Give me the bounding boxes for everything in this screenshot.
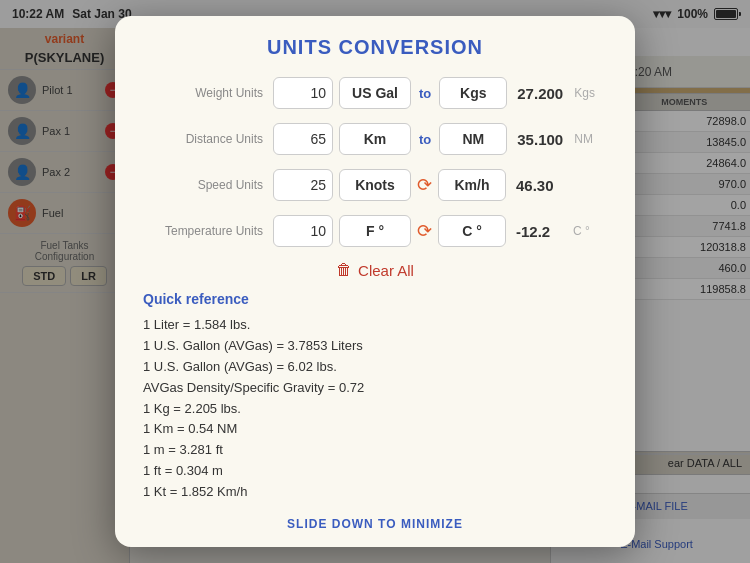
temp-unit-right[interactable]: C ° [438,215,506,247]
speed-input[interactable] [273,169,333,201]
distance-result: 35.100 [517,131,572,148]
distance-result-unit: NM [574,132,593,146]
distance-unit-left[interactable]: Km [339,123,411,155]
quick-ref-list: 1 Liter = 1.584 lbs.1 U.S. Gallon (AVGas… [143,315,607,502]
speed-swap-icon[interactable]: ⟳ [417,174,432,196]
quick-ref-line: 1 Kt = 1.852 Km/h [143,482,607,503]
temp-result: -12.2 [516,223,571,240]
distance-input[interactable] [273,123,333,155]
quick-ref-line: 1 m = 3.281 ft [143,440,607,461]
modal-overlay: UNITS CONVERSION Weight Units US Gal to … [0,0,750,563]
distance-unit-right[interactable]: NM [439,123,507,155]
quick-ref-line: 1 Km = 0.54 NM [143,419,607,440]
quick-ref-line: 1 Kg = 2.205 lbs. [143,399,607,420]
temperature-units-row: Temperature Units F ° ⟳ C ° -12.2 C ° [143,215,607,247]
slide-down-label: SLIDE DOWN TO MINIMIZE [287,517,463,531]
temp-label: Temperature Units [143,224,273,238]
clear-all-label: Clear All [358,262,414,279]
speed-units-row: Speed Units Knots ⟳ Km/h 46.30 [143,169,607,201]
temp-input[interactable] [273,215,333,247]
background: 10:22 AM Sat Jan 30 ▾▾▾ 100% variant P(S… [0,0,750,563]
distance-label: Distance Units [143,132,273,146]
speed-result: 46.30 [516,177,571,194]
quick-ref-line: AVGas Density/Specific Gravity = 0.72 [143,378,607,399]
weight-unit-left[interactable]: US Gal [339,77,411,109]
trash-icon: 🗑 [336,261,352,279]
distance-units-row: Distance Units Km to NM 35.100 NM [143,123,607,155]
modal-dialog: UNITS CONVERSION Weight Units US Gal to … [115,16,635,546]
weight-unit-right[interactable]: Kgs [439,77,507,109]
quick-ref-title: Quick reference [143,291,607,307]
modal-title: UNITS CONVERSION [143,36,607,59]
quick-ref-line: 1 U.S. Gallon (AVGas) = 3.7853 Liters [143,336,607,357]
quick-ref-line: 1 ft = 0.304 m [143,461,607,482]
weight-result: 27.200 [517,85,572,102]
speed-label: Speed Units [143,178,273,192]
speed-unit-right[interactable]: Km/h [438,169,506,201]
clear-all-button[interactable]: 🗑 Clear All [336,261,414,279]
clear-all-row: 🗑 Clear All [143,261,607,279]
temp-result-unit: C ° [573,224,590,238]
slide-down-row[interactable]: SLIDE DOWN TO MINIMIZE [143,517,607,531]
weight-to: to [419,86,431,101]
distance-to: to [419,132,431,147]
speed-unit-left[interactable]: Knots [339,169,411,201]
weight-input[interactable] [273,77,333,109]
weight-label: Weight Units [143,86,273,100]
quick-ref-line: 1 U.S. Gallon (AVGas) = 6.02 lbs. [143,357,607,378]
temp-unit-left[interactable]: F ° [339,215,411,247]
quick-ref-line: 1 Liter = 1.584 lbs. [143,315,607,336]
weight-result-unit: Kgs [574,86,595,100]
temp-swap-icon[interactable]: ⟳ [417,220,432,242]
weight-units-row: Weight Units US Gal to Kgs 27.200 Kgs [143,77,607,109]
